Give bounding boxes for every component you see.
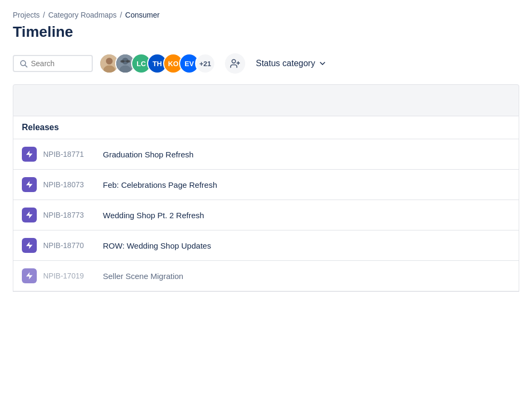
- bolt-icon: [25, 180, 34, 189]
- breadcrumb-consumer: Consumer: [125, 11, 160, 19]
- release-item[interactable]: NPIB-18773 Wedding Shop Pt. 2 Refresh: [13, 200, 519, 230]
- avatar-count[interactable]: +21: [195, 53, 215, 74]
- bolt-icon: [25, 211, 34, 219]
- toolbar: LC TH KO EV +21 Status category: [13, 53, 519, 74]
- svg-point-7: [119, 66, 131, 74]
- svg-marker-16: [26, 211, 33, 218]
- release-icon: [22, 208, 37, 222]
- release-id: NPIB-18073: [43, 180, 96, 189]
- svg-point-11: [232, 60, 236, 63]
- release-item[interactable]: NPIB-18770 ROW: Wedding Shop Updates: [13, 230, 519, 261]
- releases-section: Releases NPIB-18771 Graduation Shop Refr…: [13, 116, 519, 292]
- release-id: NPIB-17019: [43, 272, 96, 280]
- release-item[interactable]: NPIB-17019 Seller Scene Migration: [13, 261, 519, 291]
- release-item[interactable]: NPIB-18073 Feb: Celebrations Page Refres…: [13, 170, 519, 200]
- svg-rect-9: [126, 60, 130, 62]
- page-container: Projects / Category Roadmaps / Consumer …: [0, 0, 532, 292]
- add-person-icon: [230, 58, 240, 69]
- release-id: NPIB-18771: [43, 150, 96, 158]
- add-member-button[interactable]: [225, 53, 245, 74]
- release-name: ROW: Wedding Shop Updates: [103, 241, 211, 250]
- svg-marker-15: [26, 181, 33, 188]
- release-icon: [22, 268, 37, 283]
- release-list: NPIB-18771 Graduation Shop Refresh NPIB-…: [13, 139, 519, 291]
- svg-point-3: [106, 58, 113, 65]
- release-id: NPIB-18773: [43, 211, 96, 219]
- search-input[interactable]: [31, 59, 86, 68]
- svg-rect-8: [120, 60, 124, 62]
- release-icon: [22, 177, 37, 192]
- bolt-icon: [25, 241, 34, 250]
- timeline-header: [13, 84, 519, 116]
- page-title: Timeline: [13, 23, 519, 41]
- release-item[interactable]: NPIB-18771 Graduation Shop Refresh: [13, 139, 519, 170]
- breadcrumb-sep-1: /: [43, 11, 45, 19]
- breadcrumb: Projects / Category Roadmaps / Consumer: [13, 11, 519, 19]
- releases-header: Releases: [13, 116, 519, 139]
- svg-marker-14: [26, 150, 33, 157]
- breadcrumb-sep-2: /: [120, 11, 122, 19]
- release-name: Graduation Shop Refresh: [103, 150, 194, 159]
- svg-line-1: [25, 65, 27, 67]
- chevron-down-icon: [318, 59, 327, 68]
- breadcrumb-projects[interactable]: Projects: [13, 11, 40, 19]
- svg-point-4: [103, 66, 115, 74]
- release-name: Wedding Shop Pt. 2 Refresh: [103, 211, 204, 220]
- svg-marker-18: [26, 272, 33, 279]
- search-icon: [19, 59, 28, 68]
- status-category-label: Status category: [256, 59, 315, 68]
- avatar-group: LC TH KO EV +21: [99, 53, 215, 74]
- breadcrumb-category-roadmaps[interactable]: Category Roadmaps: [48, 11, 116, 19]
- release-name: Seller Scene Migration: [103, 272, 183, 281]
- status-category-button[interactable]: Status category: [252, 57, 331, 70]
- search-box[interactable]: [13, 55, 93, 72]
- release-id: NPIB-18770: [43, 241, 96, 250]
- release-icon: [22, 147, 37, 162]
- release-icon: [22, 238, 37, 253]
- bolt-icon: [25, 150, 34, 158]
- release-name: Feb: Celebrations Page Refresh: [103, 180, 217, 189]
- bolt-icon: [25, 272, 34, 280]
- svg-marker-17: [26, 242, 33, 249]
